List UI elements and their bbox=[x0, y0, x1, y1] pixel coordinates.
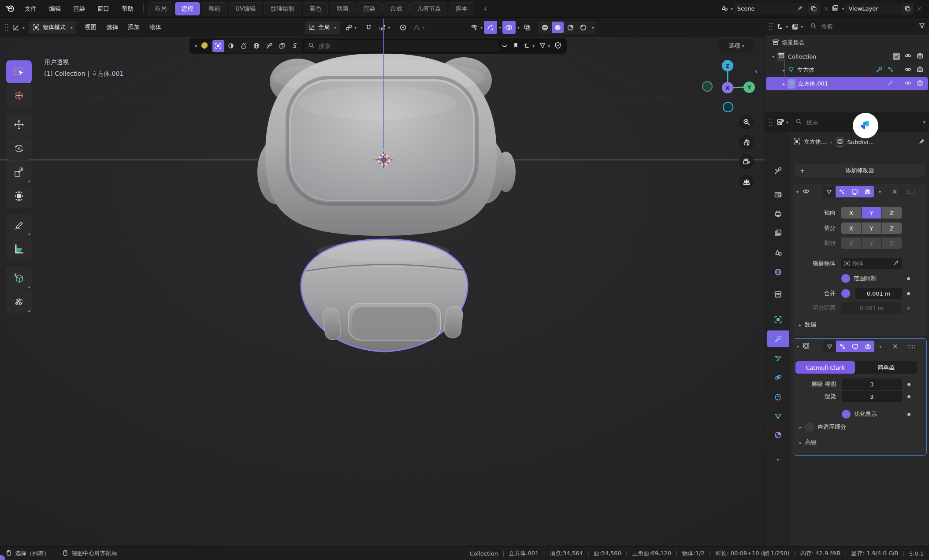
outliner-row-cube001-selected[interactable]: ▸ 立方体.001 bbox=[766, 77, 928, 90]
extras-chevron[interactable]: ▾ bbox=[879, 189, 881, 194]
filter-object-button[interactable] bbox=[212, 40, 224, 52]
adaptive-subdivision-toggle[interactable]: ▸ 自适应细分 bbox=[799, 423, 846, 431]
axis-x-button[interactable]: X bbox=[841, 207, 861, 219]
transform-orientation-selector[interactable]: 全局 ▾ bbox=[305, 21, 340, 34]
tab-output[interactable] bbox=[767, 205, 789, 222]
tab-world[interactable] bbox=[767, 263, 789, 280]
shading-rendered-button[interactable] bbox=[577, 22, 589, 33]
zoom-button[interactable] bbox=[739, 115, 754, 130]
simple-button[interactable]: 简单型 bbox=[855, 361, 917, 374]
menu-render[interactable]: 渲染 bbox=[67, 5, 91, 13]
show-gizmo-dropdown[interactable]: ▾ bbox=[471, 23, 483, 31]
chevron-down-icon[interactable]: ▾ bbox=[923, 119, 925, 125]
workspace-tab-scripting[interactable]: 脚本 bbox=[449, 2, 474, 15]
scene-selector[interactable]: ▾ Scene × bbox=[721, 3, 832, 15]
merge-threshold-field[interactable]: 0.001 m bbox=[855, 288, 902, 299]
gizmos-dropdown[interactable]: ▾ bbox=[484, 21, 501, 34]
close-icon[interactable]: × bbox=[914, 5, 924, 13]
gizmo-axis-y[interactable]: Y bbox=[743, 82, 755, 93]
clipping-checkbox[interactable] bbox=[841, 274, 850, 283]
workspace-tab-sculpting[interactable]: 雕刻 bbox=[202, 2, 227, 15]
toggle-show-render[interactable] bbox=[861, 186, 874, 197]
menu-select[interactable]: 选择 bbox=[101, 23, 123, 31]
new-viewlayer-button[interactable] bbox=[901, 3, 914, 15]
merge-checkbox[interactable] bbox=[841, 289, 850, 298]
chevron-right-icon[interactable]: ▸ bbox=[783, 82, 785, 86]
drag-grip-icon[interactable] bbox=[907, 190, 915, 194]
expand-chevron[interactable]: ▾ bbox=[796, 189, 799, 194]
toggle-show-viewport[interactable] bbox=[848, 186, 861, 197]
bookmark-icon[interactable] bbox=[513, 42, 519, 50]
gizmos-toggle[interactable] bbox=[484, 21, 497, 34]
snap-toggle[interactable] bbox=[362, 21, 375, 34]
tool-transform[interactable] bbox=[6, 185, 32, 208]
modifier-wrench-icon[interactable] bbox=[887, 80, 894, 88]
outliner-search[interactable] bbox=[806, 21, 915, 32]
hide-eye-icon[interactable] bbox=[904, 66, 912, 74]
optimal-display-checkbox[interactable] bbox=[842, 410, 851, 419]
tool-cursor[interactable] bbox=[6, 84, 32, 107]
outliner-row-collection[interactable]: ▾ Collection bbox=[766, 50, 928, 63]
camera-view-button[interactable] bbox=[739, 154, 754, 169]
gizmo-axis-z[interactable]: Z bbox=[722, 60, 733, 71]
tab-particles[interactable] bbox=[767, 350, 789, 367]
pin-icon[interactable] bbox=[797, 5, 803, 13]
menu-object[interactable]: 物体 bbox=[145, 23, 166, 31]
hide-eye-icon[interactable] bbox=[904, 79, 912, 88]
viewport-3d[interactable]: Z X Y bbox=[0, 37, 765, 546]
floating-app-logo-overlay[interactable] bbox=[853, 113, 878, 138]
toggle-show-render[interactable] bbox=[862, 341, 874, 352]
pivot-point-selector[interactable]: ▾ bbox=[342, 21, 360, 34]
asset-search[interactable] bbox=[305, 40, 498, 52]
expand-chevron[interactable]: ▾ bbox=[797, 344, 799, 349]
outliner-item-label[interactable]: 场景集合 bbox=[782, 39, 805, 47]
drag-grip-icon[interactable] bbox=[769, 22, 773, 31]
workspace-tab-layout[interactable]: 布局 bbox=[148, 2, 173, 15]
delete-modifier-button[interactable]: × bbox=[892, 188, 898, 196]
tab-material[interactable] bbox=[767, 426, 789, 443]
filter-curve-button[interactable] bbox=[289, 40, 301, 52]
outliner-row-cube[interactable]: ▸ 立方体 bbox=[766, 63, 928, 77]
display-mode-dropdown[interactable]: ▾ bbox=[524, 42, 535, 49]
render-camera-icon[interactable] bbox=[916, 79, 924, 88]
drag-grip-icon[interactable] bbox=[907, 345, 916, 349]
tab-modifiers[interactable] bbox=[767, 330, 789, 347]
viewlayer-name-field[interactable]: ViewLayer bbox=[845, 3, 900, 15]
shading-solid-button[interactable] bbox=[552, 22, 564, 33]
chevron-down-icon[interactable]: ▾ bbox=[592, 25, 594, 30]
bisect-z-button[interactable]: Z bbox=[882, 223, 902, 234]
tool-move[interactable] bbox=[6, 113, 32, 136]
pin-icon[interactable] bbox=[918, 138, 925, 146]
catmull-clark-button[interactable]: Catmull-Clark bbox=[795, 361, 855, 374]
menu-file[interactable]: 文件 bbox=[19, 5, 43, 13]
levels-viewport-field[interactable]: 3 bbox=[842, 378, 902, 390]
tab-tool[interactable] bbox=[767, 162, 789, 179]
pan-button[interactable] bbox=[739, 135, 754, 150]
data-section-toggle[interactable]: ▸ 数据 bbox=[799, 321, 816, 329]
outliner-search-input[interactable] bbox=[820, 23, 911, 30]
asset-search-input[interactable] bbox=[318, 42, 495, 50]
filter-icon[interactable] bbox=[918, 22, 925, 31]
editor-type-button[interactable]: ▾ bbox=[12, 24, 25, 31]
modifier-wrench-icon[interactable] bbox=[876, 66, 883, 74]
workspace-tab-uv[interactable]: UV编辑 bbox=[229, 2, 262, 15]
chevron-down-icon[interactable]: ▾ bbox=[195, 43, 197, 49]
active-tool-icon[interactable] bbox=[200, 41, 209, 51]
tab-object[interactable] bbox=[767, 311, 789, 328]
axis-y-button[interactable]: Y bbox=[862, 207, 881, 219]
bisect-distance-field[interactable]: 0.001 m bbox=[841, 302, 902, 314]
toggle-edit-mode[interactable] bbox=[823, 341, 836, 352]
outliner-item-label[interactable]: 立方体 bbox=[797, 66, 814, 74]
chevron-right-icon[interactable]: ▸ bbox=[783, 68, 785, 73]
tab-view-layer[interactable] bbox=[767, 224, 789, 241]
falloff-dropdown[interactable] bbox=[501, 42, 508, 49]
mirror-object-field[interactable]: 物体 bbox=[841, 258, 902, 269]
tool-rotate[interactable] bbox=[6, 137, 32, 160]
animate-dot[interactable] bbox=[907, 307, 910, 310]
workspace-tab-rendering[interactable]: 渲染 bbox=[357, 2, 382, 15]
delete-modifier-button[interactable]: × bbox=[892, 342, 898, 350]
hide-eye-icon[interactable] bbox=[904, 52, 912, 61]
extras-chevron[interactable]: ▾ bbox=[879, 344, 881, 349]
vertex-group-icon[interactable] bbox=[887, 66, 894, 74]
animate-dot[interactable] bbox=[907, 277, 910, 280]
